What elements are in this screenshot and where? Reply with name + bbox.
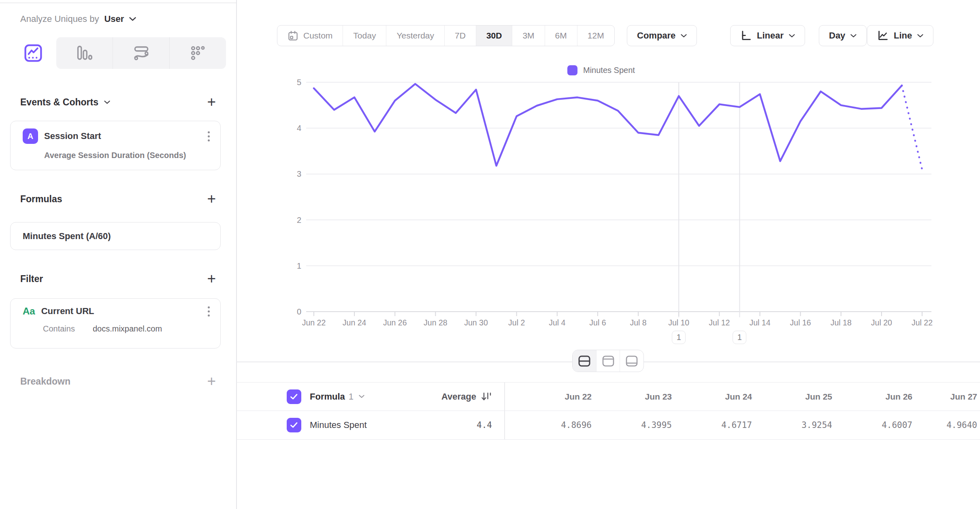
x-tick-label: Jul 18 [831, 318, 852, 327]
date-range-control: CustomTodayYesterday7D30D3M6M12M [277, 25, 615, 46]
series-line-incomplete-dotted [902, 86, 922, 169]
add-filter-button[interactable]: + [207, 273, 216, 285]
table-cell-value: 4.8696 [504, 420, 592, 430]
chevron-down-icon [850, 34, 856, 38]
table-cell-value: 4.9640 [912, 420, 977, 430]
filter-property-name[interactable]: Current URL [41, 306, 94, 317]
results-table: Formula 1 Average Jun 22Jun 23Jun 24Jun … [236, 382, 980, 440]
add-breakdown-button[interactable]: + [207, 375, 216, 387]
event-title[interactable]: Session Start [44, 131, 101, 141]
series-line-minutes-spent[interactable] [314, 84, 902, 166]
chevron-down-icon [681, 34, 687, 38]
metrics-grid-tab-icon [190, 45, 207, 62]
chevron-down-icon[interactable] [129, 17, 136, 21]
x-tick-label: Jun 24 [343, 318, 366, 327]
event-card-session-start[interactable]: A Session Start Average Session Duration… [10, 121, 221, 170]
x-tick-label: Jul 4 [549, 318, 565, 327]
filter-operator[interactable]: Contains [43, 324, 75, 334]
date-column-header[interactable]: Jun 25 [752, 392, 832, 402]
event-kebab-menu-icon[interactable] [208, 131, 210, 141]
table-cell-value: 4.6717 [672, 420, 752, 430]
chevron-down-icon [104, 101, 110, 104]
formula-card-title[interactable]: Minutes Spent (A/60) [23, 231, 111, 242]
x-tick-label: Jul 6 [589, 318, 606, 327]
event-aggregation[interactable]: Average Session Duration (Seconds) [44, 151, 220, 160]
sort-icon[interactable] [481, 391, 492, 402]
date-range-today[interactable]: Today [343, 26, 386, 46]
granularity-button[interactable]: Day [819, 25, 867, 46]
date-column-header[interactable]: Jun 27 [912, 392, 977, 402]
filter-value[interactable]: docs.mixpanel.com [93, 324, 162, 334]
query-builder-sidebar: Analyze Uniques by User [0, 0, 236, 509]
toggle-table-only-view[interactable] [620, 350, 643, 372]
date-range-30d[interactable]: 30D [476, 26, 512, 46]
bar-chart-tab-icon [76, 45, 93, 62]
line-chart-tab-icon [24, 44, 43, 62]
events-section-title[interactable]: Events & Cohorts [20, 97, 110, 108]
date-range-3m[interactable]: 3M [512, 26, 544, 46]
formula-card[interactable]: Minutes Spent (A/60) [10, 222, 221, 250]
toggle-split-view[interactable] [573, 350, 596, 372]
split-view-icon [577, 354, 592, 368]
analyze-uniques-row: Analyze Uniques by User [20, 14, 136, 24]
events-section-header: Events & Cohorts + [20, 94, 216, 110]
view-layout-toggle [572, 350, 644, 372]
date-column-header[interactable]: Jun 22 [504, 392, 592, 402]
add-event-button[interactable]: + [207, 96, 216, 108]
date-range-yesterday[interactable]: Yesterday [386, 26, 444, 46]
x-tick-label: Jun 28 [424, 318, 447, 327]
date-column-header[interactable]: Jun 26 [832, 392, 912, 402]
linear-axis-icon [740, 30, 752, 41]
table-cell-value: 4.6007 [832, 420, 912, 430]
compare-button[interactable]: Compare [627, 25, 697, 46]
formula-column-label[interactable]: Formula [310, 391, 345, 402]
table-header-left: Formula 1 Average [236, 383, 504, 411]
tab-flow-chart[interactable] [113, 37, 169, 69]
date-column-values: 4.86964.39954.67173.92544.60074.9640 [504, 420, 977, 430]
date-column-header[interactable]: Jun 23 [592, 392, 672, 402]
minutes-spent-line-chart[interactable]: 012345Jun 22Jun 24Jun 26Jun 28Jun 30Jul … [236, 61, 980, 349]
x-tick-label: Jun 22 [302, 318, 326, 327]
x-tick-label: Jul 2 [508, 318, 525, 327]
tab-bar-chart[interactable] [56, 37, 113, 69]
chevron-down-icon[interactable] [359, 395, 364, 398]
annotation-badge[interactable]: 1 [672, 331, 686, 344]
y-tick-label: 1 [297, 261, 301, 270]
chevron-down-icon [789, 34, 795, 38]
table-data-row[interactable]: Minutes Spent 4.4 4.86964.39954.67173.92… [236, 411, 980, 440]
date-range-6m[interactable]: 6M [545, 26, 577, 46]
x-tick-label: Jul 16 [790, 318, 811, 327]
row-checkbox[interactable] [287, 418, 301, 432]
sidebar-top-border [0, 2, 236, 3]
toggle-chart-only-view[interactable] [596, 350, 620, 372]
date-range-custom[interactable]: Custom [277, 26, 343, 46]
visualization-tab-strip [10, 37, 226, 69]
x-tick-label: Jul 20 [871, 318, 892, 327]
series-row-name[interactable]: Minutes Spent [310, 420, 367, 430]
filter-card-current-url[interactable]: Aa Current URL Contains docs.mixpanel.co… [10, 298, 221, 349]
date-range-12m[interactable]: 12M [577, 26, 614, 46]
chevron-down-icon [917, 34, 923, 38]
analyze-uniques-label: Analyze Uniques by [20, 14, 99, 24]
average-column-label[interactable]: Average [441, 391, 476, 402]
tab-metrics-grid[interactable] [169, 37, 226, 69]
tab-insights-line[interactable] [10, 37, 56, 69]
analyze-by-dropdown[interactable]: User [104, 14, 124, 24]
scale-selector-button[interactable]: Linear [730, 25, 805, 46]
annotation-badge[interactable]: 1 [733, 331, 746, 344]
formulas-section-header: Formulas + [20, 191, 216, 207]
chart-type-button[interactable]: Line [867, 25, 933, 46]
date-column-header[interactable]: Jun 24 [672, 392, 752, 402]
x-tick-label: Jul 22 [912, 318, 933, 327]
x-tick-label: Jul 10 [668, 318, 689, 327]
add-formula-button[interactable]: + [207, 193, 216, 205]
average-value: 4.4 [477, 420, 492, 430]
y-tick-label: 0 [297, 307, 301, 316]
date-range-7d[interactable]: 7D [444, 26, 476, 46]
filter-kebab-menu-icon[interactable] [208, 306, 210, 317]
select-all-checkbox[interactable] [287, 389, 301, 404]
table-column-divider [504, 382, 505, 440]
formulas-section-title: Formulas [20, 194, 62, 205]
y-tick-label: 5 [297, 78, 301, 87]
x-tick-label: Jul 12 [709, 318, 730, 327]
